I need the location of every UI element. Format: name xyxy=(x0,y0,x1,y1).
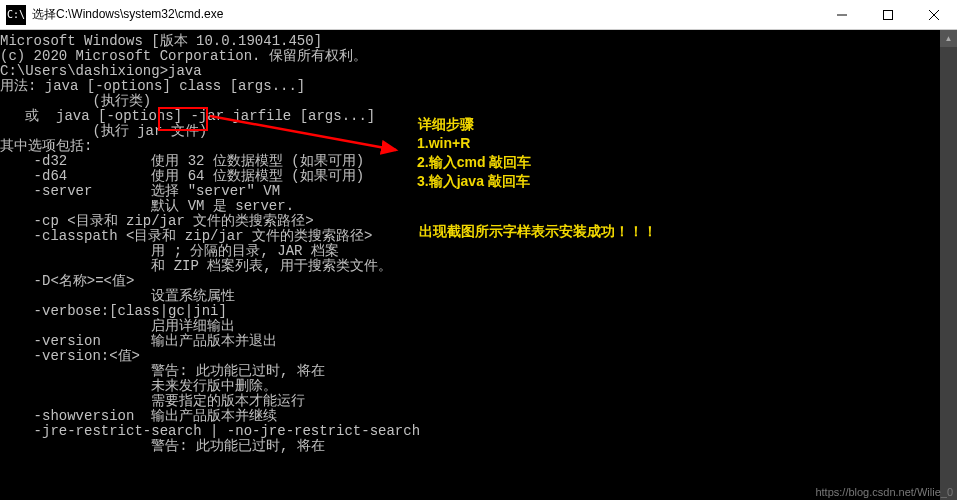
terminal-line: -version:<值> xyxy=(0,349,940,364)
terminal-line: -d32 使用 32 位数据模型 (如果可用) xyxy=(0,154,940,169)
terminal-line: 用 ; 分隔的目录, JAR 档案 xyxy=(0,244,940,259)
terminal-output[interactable]: Microsoft Windows [版本 10.0.19041.450](c)… xyxy=(0,30,940,454)
vertical-scrollbar[interactable]: ▲ xyxy=(940,30,957,500)
terminal-line: 启用详细输出 xyxy=(0,319,940,334)
terminal-line: 未来发行版中删除。 xyxy=(0,379,940,394)
terminal-line: -cp <目录和 zip/jar 文件的类搜索路径> xyxy=(0,214,940,229)
terminal-line: 需要指定的版本才能运行 xyxy=(0,394,940,409)
watermark: https://blog.csdn.net/Wilie_0 xyxy=(815,486,953,498)
svg-rect-1 xyxy=(884,10,893,19)
terminal-line: -classpath <目录和 zip/jar 文件的类搜索路径> xyxy=(0,229,940,244)
terminal-line: 警告: 此功能已过时, 将在 xyxy=(0,439,940,454)
terminal-line: 和 ZIP 档案列表, 用于搜索类文件。 xyxy=(0,259,940,274)
terminal-line: 警告: 此功能已过时, 将在 xyxy=(0,364,940,379)
maximize-button[interactable] xyxy=(865,0,911,30)
terminal-container: Microsoft Windows [版本 10.0.19041.450](c)… xyxy=(0,30,957,500)
window-controls xyxy=(819,0,957,30)
terminal-line: 其中选项包括: xyxy=(0,139,940,154)
window-icon: C:\ xyxy=(6,5,26,25)
terminal-line: -showversion 输出产品版本并继续 xyxy=(0,409,940,424)
terminal-line: (执行类) xyxy=(0,94,940,109)
terminal-line: C:\Users\dashixiong>java xyxy=(0,64,940,79)
scrollbar-track[interactable] xyxy=(940,47,957,500)
terminal-line: -version 输出产品版本并退出 xyxy=(0,334,940,349)
window-titlebar: C:\ 选择C:\Windows\system32\cmd.exe xyxy=(0,0,957,30)
window-title: 选择C:\Windows\system32\cmd.exe xyxy=(32,6,819,23)
terminal-line: 或 java [-options] -jar jarfile [args...] xyxy=(0,109,940,124)
terminal-line: -jre-restrict-search | -no-jre-restrict-… xyxy=(0,424,940,439)
terminal-line: -verbose:[class|gc|jni] xyxy=(0,304,940,319)
minimize-button[interactable] xyxy=(819,0,865,30)
scroll-up-arrow[interactable]: ▲ xyxy=(940,30,957,47)
terminal-line: -d64 使用 64 位数据模型 (如果可用) xyxy=(0,169,940,184)
terminal-line: Microsoft Windows [版本 10.0.19041.450] xyxy=(0,34,940,49)
terminal-line: -server 选择 "server" VM xyxy=(0,184,940,199)
terminal-line: 设置系统属性 xyxy=(0,289,940,304)
terminal-line: (执行 jar 文件) xyxy=(0,124,940,139)
terminal-line: 默认 VM 是 server. xyxy=(0,199,940,214)
terminal-line: (c) 2020 Microsoft Corporation. 保留所有权利。 xyxy=(0,49,940,64)
terminal-line: -D<名称>=<值> xyxy=(0,274,940,289)
close-button[interactable] xyxy=(911,0,957,30)
terminal-line: 用法: java [-options] class [args...] xyxy=(0,79,940,94)
